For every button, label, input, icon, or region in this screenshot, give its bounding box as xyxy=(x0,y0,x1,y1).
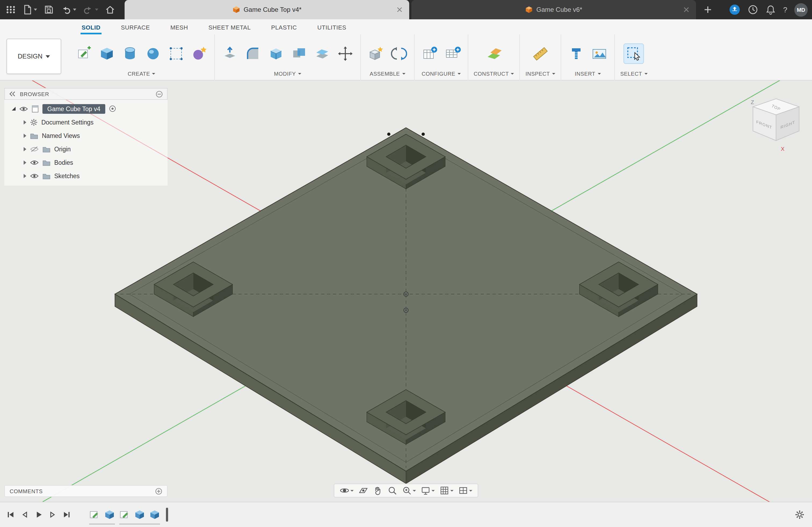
tab-sheet-metal[interactable]: SHEET METAL xyxy=(207,21,251,34)
browser-item-label[interactable]: Named Views xyxy=(42,132,80,139)
joint-button[interactable] xyxy=(389,44,409,63)
help-button[interactable]: ? xyxy=(783,5,787,14)
file-menu-button[interactable] xyxy=(23,4,37,15)
create-group-menu[interactable]: CREATE xyxy=(128,71,155,78)
fillet-button[interactable] xyxy=(243,44,263,63)
primitive-sphere-button[interactable] xyxy=(143,44,163,63)
document-tab-game-cube-top[interactable]: Game Cube Top v4* xyxy=(125,0,409,19)
tab-mesh[interactable]: MESH xyxy=(169,21,189,34)
browser-root-item[interactable]: Game Cube Top v4 xyxy=(42,104,105,114)
look-at-button[interactable] xyxy=(359,486,368,495)
browser-row-named-views[interactable]: Named Views xyxy=(4,129,168,142)
tab-solid[interactable]: SOLID xyxy=(81,21,102,34)
select-group-menu[interactable]: SELECT xyxy=(620,71,648,78)
browser-item-label[interactable]: Origin xyxy=(54,146,71,152)
sketch-feature-icon[interactable] xyxy=(118,508,131,521)
pan-button[interactable] xyxy=(373,486,383,495)
assemble-group-menu[interactable]: ASSEMBLE xyxy=(370,71,405,78)
display-settings-button[interactable] xyxy=(421,486,435,495)
tab-utilities[interactable]: UTILITIES xyxy=(316,21,347,34)
offset-face-button[interactable] xyxy=(313,44,332,63)
viewport-canvas[interactable]: Z TOP FRONT RIGHT X BROWSER xyxy=(0,80,812,502)
close-icon[interactable] xyxy=(684,6,689,14)
primitive-box-button[interactable] xyxy=(97,44,117,63)
go-to-start-button[interactable] xyxy=(6,510,15,519)
visibility-eye-icon[interactable] xyxy=(19,106,28,111)
activate-radio-icon[interactable] xyxy=(109,105,116,112)
create-sketch-button[interactable] xyxy=(74,44,93,63)
add-comment-icon[interactable] xyxy=(155,487,162,495)
measure-button[interactable] xyxy=(531,44,550,63)
expand-arrow-icon[interactable] xyxy=(24,120,26,124)
shell-button[interactable] xyxy=(266,44,286,63)
tab-surface[interactable]: SURFACE xyxy=(120,21,151,34)
play-button[interactable] xyxy=(34,510,43,519)
step-forward-button[interactable] xyxy=(48,510,57,519)
decal-button[interactable] xyxy=(590,44,609,63)
view-cube[interactable]: Z TOP FRONT RIGHT X xyxy=(745,94,809,154)
expand-arrow-icon[interactable] xyxy=(24,174,26,178)
move-copy-button[interactable] xyxy=(336,44,355,63)
extrude-feature-icon[interactable] xyxy=(133,508,146,521)
undo-button[interactable] xyxy=(61,4,76,15)
comments-bar[interactable]: COMMENTS xyxy=(4,485,168,497)
home-button[interactable] xyxy=(105,4,115,15)
browser-row-bodies[interactable]: Bodies xyxy=(4,156,168,169)
press-pull-button[interactable] xyxy=(220,44,240,63)
collapse-arrows-icon[interactable] xyxy=(9,91,16,96)
grid-snaps-button[interactable] xyxy=(439,486,453,495)
primitive-cylinder-button[interactable] xyxy=(120,44,140,63)
create-form-button[interactable] xyxy=(190,44,209,63)
redo-button[interactable] xyxy=(83,4,98,15)
expand-arrow-icon[interactable] xyxy=(24,160,26,165)
panel-display-toggle-icon[interactable] xyxy=(156,90,163,97)
close-icon[interactable] xyxy=(397,6,402,14)
tab-plastic[interactable]: PLASTIC xyxy=(270,21,298,34)
expand-arrow-icon[interactable] xyxy=(12,107,16,110)
browser-row-origin[interactable]: Origin xyxy=(4,142,168,156)
browser-item-label[interactable]: Bodies xyxy=(54,159,73,166)
visibility-eye-off-icon[interactable] xyxy=(30,146,39,152)
notifications-button[interactable] xyxy=(765,4,776,15)
insert-group-menu[interactable]: INSERT xyxy=(575,71,601,78)
select-tool-button[interactable] xyxy=(624,44,644,63)
step-back-button[interactable] xyxy=(20,510,29,519)
browser-item-label[interactable]: Document Settings xyxy=(41,119,93,125)
visibility-eye-icon[interactable] xyxy=(30,160,39,165)
document-tab-game-cube[interactable]: Game Cube v6* xyxy=(411,0,696,19)
extrude-feature-icon[interactable] xyxy=(148,508,161,521)
combine-button[interactable] xyxy=(289,44,309,63)
inspect-group-menu[interactable]: INSPECT xyxy=(525,71,555,78)
expand-arrow-icon[interactable] xyxy=(24,147,26,151)
data-panel-grid-icon[interactable] xyxy=(5,4,16,15)
browser-item-label[interactable]: Sketches xyxy=(54,172,80,179)
pattern-button[interactable] xyxy=(166,44,186,63)
expand-arrow-icon[interactable] xyxy=(24,133,26,138)
user-avatar[interactable]: MD xyxy=(794,3,808,16)
extensions-button[interactable] xyxy=(729,4,741,16)
modify-group-menu[interactable]: MODIFY xyxy=(274,71,301,78)
timeline-settings-gear-icon[interactable] xyxy=(795,510,804,522)
new-tab-button[interactable] xyxy=(702,4,713,15)
job-status-button[interactable] xyxy=(748,4,758,15)
construction-plane-button[interactable] xyxy=(484,44,504,63)
construct-group-menu[interactable]: CONSTRUCT xyxy=(474,71,514,78)
insert-derive-button[interactable] xyxy=(567,44,586,63)
save-button[interactable] xyxy=(44,4,54,15)
viewports-button[interactable] xyxy=(458,486,472,495)
visibility-eye-icon[interactable] xyxy=(30,173,39,178)
configuration-table-button[interactable] xyxy=(443,44,462,63)
go-to-end-button[interactable] xyxy=(62,510,71,519)
timeline-playhead[interactable] xyxy=(166,508,168,522)
fit-button[interactable] xyxy=(402,486,416,495)
extrude-feature-icon[interactable] xyxy=(103,508,116,521)
browser-row-sketches[interactable]: Sketches xyxy=(4,169,168,182)
orbit-button[interactable] xyxy=(340,486,354,495)
design-workspace-menu[interactable]: DESIGN xyxy=(6,39,61,74)
configure-group-menu[interactable]: CONFIGURE xyxy=(422,71,461,78)
zoom-button[interactable] xyxy=(388,486,397,495)
new-component-button[interactable] xyxy=(366,44,386,63)
sketch-feature-icon[interactable] xyxy=(88,508,101,521)
configure-button[interactable] xyxy=(420,44,439,63)
browser-row-document-settings[interactable]: Document Settings xyxy=(4,115,168,129)
